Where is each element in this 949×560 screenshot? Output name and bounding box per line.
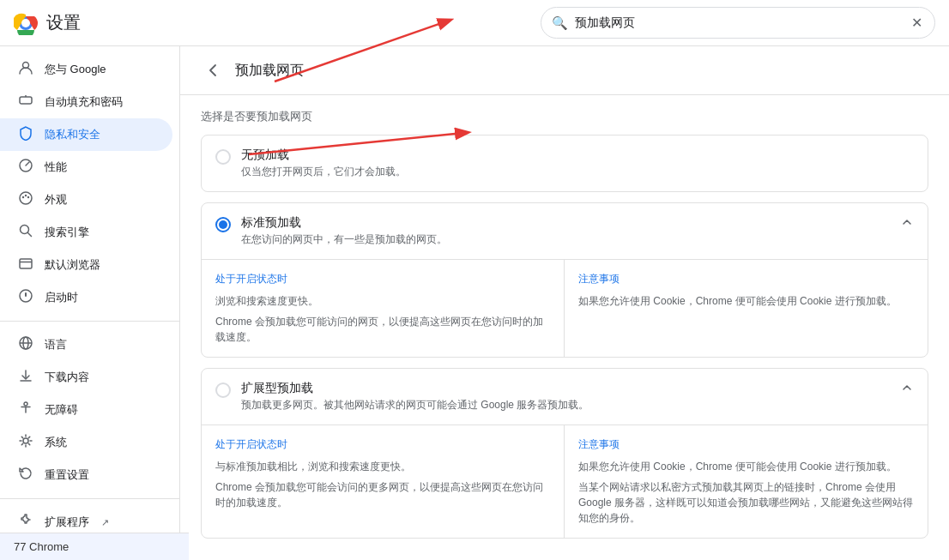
radio-standard-desc: 在您访问的网页中，有一些是预加载的网页。: [241, 232, 890, 247]
browser-icon: [17, 256, 34, 274]
sidebar-item-system[interactable]: 系统: [0, 426, 172, 459]
sidebar-divider-1: [0, 321, 179, 322]
svg-point-10: [27, 196, 29, 198]
footer-label: 77 Chrome: [14, 540, 69, 553]
detail-extended-right: 注意事项 如果您允许使用 Cookie，Chrome 便可能会使用 Cookie…: [565, 425, 928, 538]
sidebar-label-google: 您与 Google: [45, 62, 106, 77]
sidebar-item-appearance[interactable]: 外观: [0, 184, 172, 216]
detail-standard-right-text1: 如果您允许使用 Cookie，Chrome 便可能会使用 Cookie 进行预加…: [578, 293, 914, 309]
search-clear-icon[interactable]: ✕: [910, 13, 924, 33]
search-engine-icon: [17, 223, 34, 242]
performance-icon: [17, 158, 34, 177]
sidebar-item-autofill[interactable]: 自动填充和密码: [0, 86, 172, 118]
detail-extended-left-heading: 处于开启状态时: [215, 437, 550, 452]
radio-option-extended: 扩展型预加载 预加载更多网页。被其他网站请求的网页可能会通过 Google 服务…: [201, 368, 928, 539]
sidebar-label-accessibility: 无障碍: [45, 402, 78, 418]
radio-standard-label-wrap: 标准预加载 在您访问的网页中，有一些是预加载的网页。: [241, 215, 890, 247]
sidebar-label-startup: 启动时: [45, 290, 78, 305]
detail-standard-right: 注意事项 如果您允许使用 Cookie，Chrome 便可能会使用 Cookie…: [565, 260, 928, 357]
svg-point-8: [22, 196, 24, 198]
detail-standard-left: 处于开启状态时 浏览和搜索速度更快。 Chrome 会预加载您可能访问的网页，以…: [202, 260, 565, 357]
detail-extended-left: 处于开启状态时 与标准预加载相比，浏览和搜索速度更快。 Chrome 会预加载您…: [202, 425, 565, 538]
extensions-icon: [17, 513, 34, 532]
sidebar-label-privacy: 隐私和安全: [45, 127, 100, 142]
detail-extended-right-heading: 注意事项: [578, 437, 914, 452]
sidebar-item-download[interactable]: 下载内容: [0, 361, 172, 394]
key-icon: [17, 93, 34, 111]
sidebar-item-reset[interactable]: 重置设置: [0, 459, 172, 491]
svg-rect-13: [20, 259, 32, 268]
sidebar-label-extensions: 扩展程序: [45, 515, 89, 530]
back-button[interactable]: [201, 58, 225, 82]
radio-extended-circle[interactable]: [215, 382, 231, 398]
sidebar-item-privacy[interactable]: 隐私和安全: [0, 118, 172, 151]
radio-standard-header[interactable]: 标准预加载 在您访问的网页中，有一些是预加载的网页。: [202, 203, 928, 259]
radio-none-label: 无预加载: [241, 148, 914, 163]
radio-none-label-wrap: 无预加载 仅当您打开网页后，它们才会加载。: [241, 148, 914, 179]
sidebar-label-language: 语言: [45, 337, 67, 352]
palette-icon: [17, 190, 34, 209]
radio-option-standard: 标准预加载 在您访问的网页中，有一些是预加载的网页。 处于开启状态时 浏览和搜索…: [201, 202, 928, 358]
panel-header: 预加载网页: [180, 46, 949, 95]
radio-extended-desc: 预加载更多网页。被其他网站请求的网页可能会通过 Google 服务器预加载。: [241, 398, 890, 412]
sidebar: 您与 Google 自动填充和密码 隐私和安全 性能: [0, 46, 180, 560]
radio-standard-details: 处于开启状态时 浏览和搜索速度更快。 Chrome 会预加载您可能访问的网页，以…: [202, 259, 928, 357]
external-link-icon: ↗: [101, 517, 109, 528]
section-subtitle: 选择是否要预加载网页: [201, 95, 928, 135]
radio-none-desc: 仅当您打开网页后，它们才会加载。: [241, 165, 914, 179]
svg-point-2: [21, 19, 30, 27]
sidebar-label-browser: 默认浏览器: [45, 257, 100, 273]
detail-standard-left-text1: 浏览和搜索速度更快。: [215, 293, 550, 309]
chevron-up-icon-2: [900, 381, 914, 398]
sidebar-item-performance[interactable]: 性能: [0, 151, 172, 184]
sidebar-label-appearance: 外观: [45, 192, 67, 208]
sidebar-label-autofill: 自动填充和密码: [45, 94, 123, 110]
radio-none-header[interactable]: 无预加载 仅当您打开网页后，它们才会加载。: [202, 135, 928, 191]
svg-point-25: [23, 438, 28, 443]
sidebar-item-accessibility[interactable]: 无障碍: [0, 394, 172, 426]
panel-title: 预加载网页: [235, 62, 304, 80]
page-title: 设置: [46, 11, 293, 34]
sidebar-item-language[interactable]: 语言: [0, 328, 172, 361]
radio-standard-label: 标准预加载: [241, 215, 890, 231]
system-icon: [17, 433, 34, 452]
download-icon: [17, 368, 34, 387]
detail-extended-right-text1: 如果您允许使用 Cookie，Chrome 便可能会使用 Cookie 进行预加…: [578, 459, 914, 474]
shield-icon: [17, 125, 34, 144]
main-layout: 您与 Google 自动填充和密码 隐私和安全 性能: [0, 46, 949, 560]
sidebar-label-system: 系统: [45, 435, 67, 450]
sidebar-item-search[interactable]: 搜索引擎: [0, 216, 172, 249]
radio-extended-details: 处于开启状态时 与标准预加载相比，浏览和搜索速度更快。 Chrome 会预加载您…: [202, 425, 928, 538]
radio-extended-header[interactable]: 扩展型预加载 预加载更多网页。被其他网站请求的网页可能会通过 Google 服务…: [202, 369, 928, 425]
sidebar-divider-2: [0, 498, 179, 499]
search-input[interactable]: [575, 16, 910, 30]
panel-body: 选择是否要预加载网页 无预加载 仅当您打开网页后，它们才会加载。: [180, 95, 949, 560]
sidebar-item-startup[interactable]: 启动时: [0, 281, 172, 314]
content-panel: 预加载网页 选择是否要预加载网页 无预加载 仅当您打开网页后，它们才会加载。: [180, 46, 949, 560]
startup-icon: [17, 288, 34, 307]
svg-point-22: [24, 402, 27, 406]
reset-icon: [17, 466, 34, 485]
radio-option-none: 无预加载 仅当您打开网页后，它们才会加载。: [201, 135, 928, 192]
radio-none-circle[interactable]: [215, 149, 231, 165]
svg-rect-4: [20, 97, 32, 104]
detail-standard-right-heading: 注意事项: [578, 272, 914, 286]
sidebar-label-search: 搜索引擎: [45, 225, 89, 240]
sidebar-label-reset: 重置设置: [45, 467, 89, 483]
search-bar: 🔍 ✕: [541, 7, 935, 39]
detail-extended-right-text2: 当某个网站请求以私密方式预加载其网页上的链接时，Chrome 会使用 Googl…: [578, 479, 914, 526]
sidebar-item-google[interactable]: 您与 Google: [0, 53, 172, 86]
chrome-logo-icon: [14, 11, 38, 35]
svg-point-7: [20, 192, 32, 204]
detail-extended-left-text1: 与标准预加载相比，浏览和搜索速度更快。: [215, 459, 550, 474]
radio-extended-label: 扩展型预加载: [241, 381, 890, 396]
detail-standard-left-heading: 处于开启状态时: [215, 272, 550, 286]
sidebar-item-browser[interactable]: 默认浏览器: [0, 249, 172, 281]
svg-line-12: [28, 233, 32, 237]
footer-bar: 77 Chrome: [0, 533, 189, 560]
radio-standard-circle[interactable]: [215, 217, 231, 232]
sidebar-label-download: 下载内容: [45, 370, 89, 385]
svg-point-9: [25, 195, 27, 196]
language-icon: [17, 335, 34, 354]
chevron-up-icon: [900, 215, 914, 232]
